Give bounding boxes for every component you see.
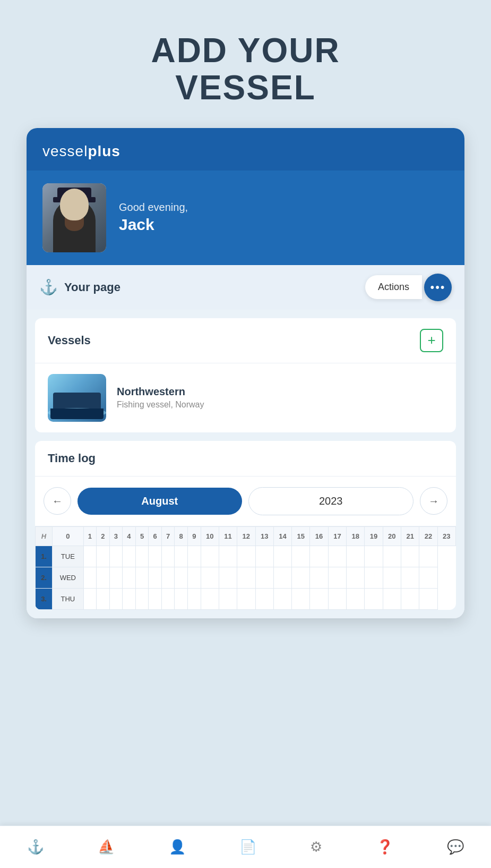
nav-item-help[interactable]: ❓ bbox=[376, 839, 393, 855]
log-nav-icon: 📄 bbox=[239, 839, 256, 855]
your-page-bar: ⚓ Your page Actions ••• bbox=[27, 265, 464, 310]
avatar bbox=[42, 183, 106, 252]
dots-icon: ••• bbox=[430, 282, 445, 293]
anchor-nav-icon: ⚓ bbox=[27, 839, 44, 855]
nav-item-settings[interactable]: ⚙ bbox=[310, 839, 322, 855]
add-vessel-button[interactable]: + bbox=[420, 329, 443, 352]
vessel-item[interactable]: Northwestern Fishing vessel, Norway bbox=[35, 363, 456, 432]
captain-beard bbox=[65, 216, 84, 231]
dots-menu-button[interactable]: ••• bbox=[424, 274, 452, 301]
user-greeting: Good evening, Jack bbox=[27, 171, 464, 265]
nav-item-vessel[interactable]: ⛵ bbox=[98, 839, 115, 855]
vessel-description: Fishing vessel, Norway bbox=[117, 400, 204, 410]
greeting-name: Jack bbox=[119, 216, 188, 234]
timelog-title: Time log bbox=[48, 452, 96, 465]
your-page-label: Your page bbox=[64, 280, 120, 294]
app-card: vesselplus Good evening, Jack ⚓ Your pag… bbox=[27, 128, 464, 618]
calendar-nav: ← August 2023 → bbox=[35, 476, 456, 526]
month-button[interactable]: August bbox=[77, 488, 242, 515]
vessel-nav-icon: ⛵ bbox=[98, 839, 115, 855]
avatar-image bbox=[42, 183, 106, 252]
vessel-wave bbox=[48, 408, 106, 418]
timelog-grid: H 0 1 2 3 4 5 6 7 8 9 10 11 bbox=[35, 526, 456, 610]
profile-nav-icon: 👤 bbox=[169, 839, 186, 855]
table-row: 2. WED bbox=[36, 567, 456, 588]
app-header: vesselplus bbox=[27, 128, 464, 171]
greeting-subtitle: Good evening, bbox=[119, 201, 188, 214]
table-row: 3. THU bbox=[36, 588, 456, 609]
page-title-section: ADD YOUR VESSEL bbox=[0, 0, 491, 128]
day-label: THU bbox=[53, 588, 83, 609]
next-month-button[interactable]: → bbox=[420, 487, 447, 515]
content-area: Vessels + Northwestern Fishing vessel, N… bbox=[27, 310, 464, 618]
timelog-header: Time log bbox=[35, 441, 456, 476]
vessels-section: Vessels + Northwestern Fishing vessel, N… bbox=[35, 318, 456, 432]
row-number: 1. bbox=[36, 546, 53, 567]
vessel-image bbox=[48, 374, 106, 422]
row-number: 3. bbox=[36, 588, 53, 609]
year-button[interactable]: 2023 bbox=[248, 487, 414, 515]
timelog-table: H 0 1 2 3 4 5 6 7 8 9 10 11 bbox=[35, 526, 456, 610]
vessels-section-header: Vessels + bbox=[35, 318, 456, 363]
chat-nav-icon: 💬 bbox=[447, 839, 464, 855]
day-label: WED bbox=[53, 567, 83, 588]
captain-hat bbox=[57, 188, 91, 199]
settings-nav-icon: ⚙ bbox=[310, 839, 322, 855]
actions-button[interactable]: Actions bbox=[365, 275, 422, 299]
app-logo: vesselplus bbox=[42, 143, 449, 160]
table-row: 1. TUE bbox=[36, 546, 456, 567]
nav-item-profile[interactable]: 👤 bbox=[169, 839, 186, 855]
vessel-name: Northwestern bbox=[117, 386, 204, 398]
actions-group: Actions ••• bbox=[365, 274, 452, 301]
vessel-info: Northwestern Fishing vessel, Norway bbox=[117, 386, 204, 410]
vessels-title: Vessels bbox=[48, 334, 91, 347]
nav-item-log[interactable]: 📄 bbox=[239, 839, 256, 855]
nav-item-chat[interactable]: 💬 bbox=[447, 839, 464, 855]
your-page-left: ⚓ Your page bbox=[39, 278, 120, 296]
row-number: 2. bbox=[36, 567, 53, 588]
greeting-text: Good evening, Jack bbox=[119, 201, 188, 234]
page-title: ADD YOUR VESSEL bbox=[21, 32, 470, 107]
col-header-h: H bbox=[36, 526, 53, 546]
anchor-icon: ⚓ bbox=[39, 278, 58, 296]
prev-month-button[interactable]: ← bbox=[44, 487, 71, 515]
bottom-nav: ⚓ ⛵ 👤 📄 ⚙ ❓ 💬 bbox=[0, 826, 491, 868]
day-label: TUE bbox=[53, 546, 83, 567]
help-nav-icon: ❓ bbox=[376, 839, 393, 855]
nav-item-anchor[interactable]: ⚓ bbox=[27, 839, 44, 855]
timelog-section: Time log ← August 2023 → H 0 1 2 bbox=[35, 441, 456, 610]
